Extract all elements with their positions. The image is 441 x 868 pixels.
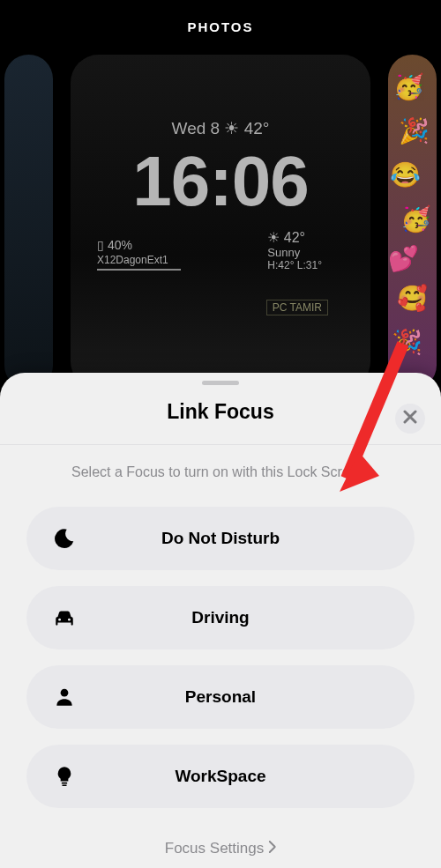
focus-item-label: Do Not Disturb [26,529,415,548]
close-icon [403,410,417,427]
svg-rect-4 [62,785,66,787]
focus-item-workspace[interactable]: WorkSpace [26,745,415,808]
svg-rect-3 [62,783,68,784]
focus-item-label: WorkSpace [26,767,415,786]
link-focus-sheet: Link Focus Select a Focus to turn on wit… [0,373,441,868]
focus-list: Do Not Disturb Driving Personal WorkSpac… [0,507,441,808]
photos-header-label: PHOTOS [187,19,253,34]
lockscreen-time: 16:06 [71,141,370,222]
focus-item-label: Personal [26,687,415,707]
focus-settings-label: Focus Settings [165,840,264,857]
person-icon [53,686,76,708]
sheet-header: Link Focus [0,373,441,445]
focus-item-label: Driving [26,608,415,627]
focus-item-personal[interactable]: Personal [26,665,415,729]
svg-point-0 [58,619,61,621]
bulb-icon [53,765,76,788]
lockscreen-gallery: Wed 8 ☀ 42° 16:06 ▯ 40% X12DagonExt1 ☀ 4… [0,55,441,407]
moon-icon [53,527,76,550]
lockscreen-preview-prev[interactable] [4,55,53,389]
focus-item-driving[interactable]: Driving [26,586,415,649]
car-icon [53,606,76,629]
svg-point-1 [68,619,71,621]
lockscreen-widget-weather: ☀ 42° Sunny H:42° L:31° [267,229,322,271]
chevron-right-icon [269,840,276,857]
svg-point-2 [61,689,69,697]
lockscreen-preview-current[interactable]: Wed 8 ☀ 42° 16:06 ▯ 40% X12DagonExt1 ☀ 4… [71,55,370,389]
focus-item-do-not-disturb[interactable]: Do Not Disturb [26,507,415,570]
sheet-subtitle: Select a Focus to turn on with this Lock… [0,464,441,480]
close-button[interactable] [395,404,425,434]
background-sign: PC TAMIR [266,300,328,315]
lockscreen-preview-next[interactable]: 🥳 🎉 😂 🥳 💕 🥰 🎉 [388,55,437,389]
lockscreen-date: Wed 8 ☀ 42° [71,118,370,138]
lockscreen-widget-battery: ▯ 40% X12DagonExt1 [97,238,181,271]
focus-settings-link[interactable]: Focus Settings [165,840,276,857]
sheet-title: Link Focus [167,400,273,424]
